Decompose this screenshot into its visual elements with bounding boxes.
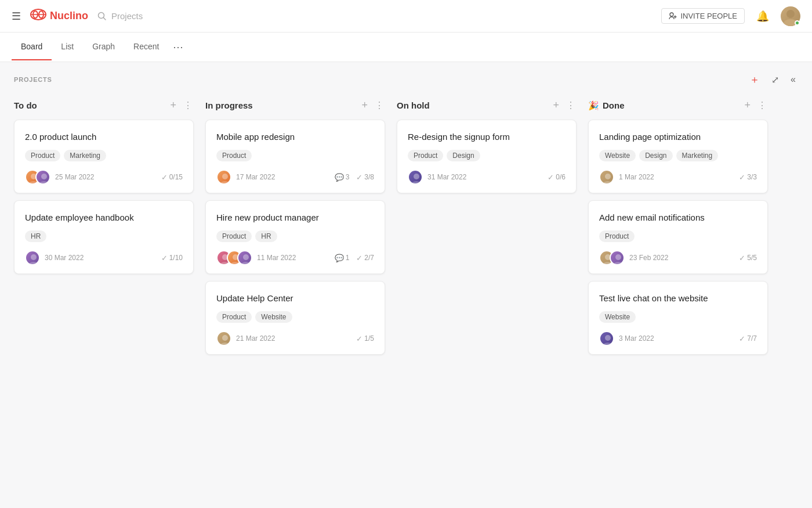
column-menu-button-todo[interactable]: ⋮ <box>182 99 194 112</box>
checkmark-icon: ✓ <box>739 254 745 262</box>
svg-point-26 <box>220 343 230 347</box>
tab-recent[interactable]: Recent <box>124 34 168 60</box>
card-checklist: ✓7/7 <box>739 334 757 343</box>
svg-point-27 <box>414 174 419 179</box>
comment-count: 1 <box>346 254 350 262</box>
card-avatars <box>216 250 252 265</box>
more-tabs-button[interactable]: ⋯ <box>168 33 188 62</box>
svg-point-9 <box>786 10 795 18</box>
card-card-6[interactable]: Re-design the signup formProductDesign31… <box>397 120 577 193</box>
card-title: Landing page optimization <box>599 131 757 143</box>
card-tags: WebsiteDesignMarketing <box>599 150 757 161</box>
card-card-9[interactable]: Test live chat on the websiteWebsite3 Ma… <box>588 281 768 355</box>
invite-people-button[interactable]: INVITE PEOPLE <box>661 8 745 24</box>
card-left: 3 Mar 2022 <box>599 331 654 346</box>
card-date: 17 Mar 2022 <box>236 173 275 181</box>
comment-icon: 💬 <box>335 173 344 182</box>
search-bar[interactable]: Projects <box>97 11 143 21</box>
card-meta: 3 Mar 2022✓7/7 <box>599 331 757 346</box>
add-card-button-todo[interactable]: + <box>169 98 177 113</box>
search-placeholder: Projects <box>111 11 143 21</box>
tag: Product <box>25 150 60 161</box>
search-icon <box>97 12 107 21</box>
card-card-8[interactable]: Add new email notificationsProduct23 Feb… <box>588 200 768 274</box>
card-comments: 💬3 <box>335 173 350 182</box>
tab-graph[interactable]: Graph <box>83 34 124 60</box>
checklist-progress: 3/3 <box>747 173 757 181</box>
column-title-done: 🎉 Done <box>588 100 625 111</box>
card-tags: ProductHR <box>216 230 374 242</box>
checkmark-icon: ✓ <box>548 173 554 182</box>
card-meta: 31 Mar 2022✓0/6 <box>408 170 566 185</box>
card-avatars <box>216 170 231 185</box>
checklist-progress: 1/5 <box>364 334 374 343</box>
logo[interactable]: Nuclino <box>30 8 88 24</box>
tag: Marketing <box>676 150 719 161</box>
card-meta: 25 Mar 2022✓0/15 <box>25 170 183 185</box>
projects-header: PROJECTS ＋ ⤢ « <box>0 62 812 93</box>
column-menu-button-done[interactable]: ⋮ <box>756 99 768 112</box>
expand-button[interactable]: ⤢ <box>769 73 781 87</box>
column-menu-button-onhold[interactable]: ⋮ <box>565 99 577 112</box>
card-comments: 💬1 <box>335 254 350 262</box>
card-avatars <box>25 250 40 265</box>
card-checklist: ✓3/3 <box>739 173 757 182</box>
checklist-progress: 2/7 <box>364 254 374 262</box>
svg-point-35 <box>605 335 611 341</box>
user-avatar[interactable] <box>781 6 800 26</box>
card-tags: Website <box>599 311 757 323</box>
tag: Marketing <box>64 150 106 161</box>
projects-actions: ＋ ⤢ « <box>747 71 798 88</box>
card-avatars <box>25 170 50 185</box>
column-done: 🎉 Done + ⋮ Landing page optimizationWebs… <box>588 93 768 362</box>
hamburger-icon[interactable]: ☰ <box>12 10 21 23</box>
svg-point-13 <box>41 174 47 179</box>
card-card-5[interactable]: Update Help CenterProductWebsite21 Mar 2… <box>205 281 385 355</box>
checkmark-icon: ✓ <box>739 334 745 343</box>
card-card-2[interactable]: Update employee handbookHR30 Mar 2022✓1/… <box>14 200 194 274</box>
card-card-3[interactable]: Mobile app redesignProduct17 Mar 2022💬3✓… <box>205 120 385 193</box>
card-left: 31 Mar 2022 <box>408 170 466 185</box>
view-tabs: Board List Graph Recent ⋯ <box>0 33 812 62</box>
svg-point-30 <box>603 181 613 186</box>
tab-board[interactable]: Board <box>12 34 52 60</box>
checklist-progress: 3/8 <box>364 173 374 181</box>
svg-point-36 <box>603 343 613 347</box>
card-card-7[interactable]: Landing page optimizationWebsiteDesignMa… <box>588 120 768 193</box>
card-date: 25 Mar 2022 <box>55 173 94 181</box>
add-card-button-done[interactable]: + <box>743 98 752 113</box>
tag: HR <box>255 230 277 242</box>
checklist-progress: 0/6 <box>556 173 566 181</box>
invite-label: INVITE PEOPLE <box>680 12 737 20</box>
card-tags: Product <box>599 230 757 242</box>
svg-point-16 <box>28 262 39 266</box>
card-date: 11 Mar 2022 <box>257 254 296 262</box>
card-left: 17 Mar 2022 <box>216 170 275 185</box>
card-date: 23 Feb 2022 <box>629 254 668 262</box>
svg-point-28 <box>411 181 422 186</box>
svg-point-23 <box>243 254 249 260</box>
card-title: Test live chat on the website <box>599 292 757 304</box>
card-checklist: ✓1/5 <box>356 334 374 343</box>
column-todo: To do + ⋮ 2.0 product launchProductMarke… <box>14 93 194 281</box>
svg-point-18 <box>220 181 230 186</box>
add-card-button-inprogress[interactable]: + <box>360 98 369 113</box>
add-card-button-onhold[interactable]: + <box>552 98 560 113</box>
checklist-progress: 0/15 <box>169 173 183 181</box>
column-menu-button-inprogress[interactable]: ⋮ <box>374 99 385 112</box>
comment-icon: 💬 <box>335 254 344 262</box>
notification-bell-icon[interactable]: 🔔 <box>756 10 769 23</box>
column-title-inprogress: In progress <box>205 100 253 110</box>
card-card-1[interactable]: 2.0 product launchProductMarketing25 Mar… <box>14 120 194 193</box>
logo-icon <box>30 8 46 24</box>
card-checklist: ✓0/6 <box>548 173 566 182</box>
card-meta: 23 Feb 2022✓5/5 <box>599 250 757 265</box>
tag: Website <box>599 311 636 323</box>
tag: Product <box>599 230 635 242</box>
card-card-4[interactable]: Hire new product managerProductHR11 Mar … <box>205 200 385 274</box>
card-meta: 11 Mar 2022💬1✓2/7 <box>216 250 374 265</box>
svg-point-6 <box>670 13 673 16</box>
add-project-button[interactable]: ＋ <box>747 71 762 88</box>
collapse-button[interactable]: « <box>788 73 798 86</box>
tab-list[interactable]: List <box>52 34 83 60</box>
